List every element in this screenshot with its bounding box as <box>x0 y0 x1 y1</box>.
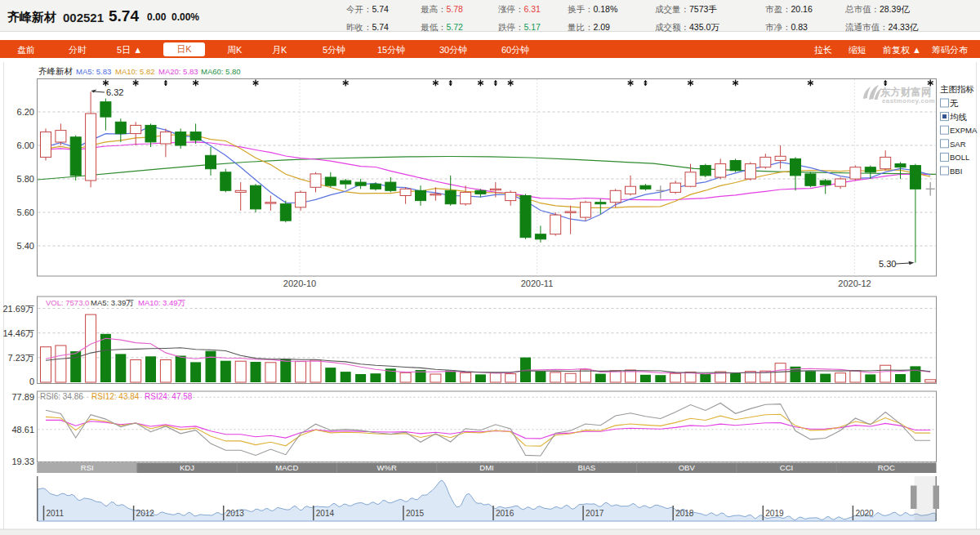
svg-text:2020-10: 2020-10 <box>283 279 316 288</box>
svg-text:5.40: 5.40 <box>17 241 34 251</box>
svg-text:RSI6: 34.86: RSI6: 34.86 <box>40 392 83 401</box>
svg-text:OBV: OBV <box>679 463 696 472</box>
svg-text:77.89: 77.89 <box>11 392 34 402</box>
svg-text:6.20: 6.20 <box>17 107 34 117</box>
svg-text:齐峰新材: 齐峰新材 <box>38 66 74 76</box>
svg-text:2018: 2018 <box>675 509 694 518</box>
svg-text:eastmoney.com: eastmoney.com <box>882 97 935 105</box>
svg-text:19.33: 19.33 <box>11 457 34 466</box>
svg-text:5.60: 5.60 <box>17 207 34 217</box>
svg-text:21.69万: 21.69万 <box>2 304 34 314</box>
svg-text:BIAS: BIAS <box>577 463 595 472</box>
svg-text:2020-12: 2020-12 <box>838 279 871 288</box>
svg-text:14.46万: 14.46万 <box>2 328 34 338</box>
svg-text:EXPMA: EXPMA <box>950 126 978 135</box>
svg-text:无: 无 <box>950 98 959 108</box>
svg-text:主图指标: 主图指标 <box>940 84 974 94</box>
svg-text:RSI12: 43.84: RSI12: 43.84 <box>91 392 140 401</box>
svg-text:MA5: 3.39万: MA5: 3.39万 <box>91 298 134 307</box>
svg-text:均线: 均线 <box>950 112 968 122</box>
svg-text:东方财富网: 东方财富网 <box>880 86 932 98</box>
svg-text:2013: 2013 <box>226 509 245 518</box>
svg-text:5.30: 5.30 <box>879 259 896 269</box>
svg-text:0: 0 <box>29 377 34 386</box>
svg-text:2020-11: 2020-11 <box>521 279 554 288</box>
svg-text:48.61: 48.61 <box>11 425 34 435</box>
svg-text:MA5: 5.83: MA5: 5.83 <box>76 67 111 76</box>
svg-text:ROC: ROC <box>878 463 895 472</box>
svg-text:5.80: 5.80 <box>17 174 34 184</box>
svg-text:SAR: SAR <box>950 140 966 149</box>
svg-text:MA10: 5.82: MA10: 5.82 <box>115 67 155 76</box>
svg-text:DMI: DMI <box>479 463 493 472</box>
svg-text:KDJ: KDJ <box>180 463 194 472</box>
svg-text:7.23万: 7.23万 <box>8 353 34 363</box>
svg-text:2011: 2011 <box>47 509 65 518</box>
svg-text:2012: 2012 <box>136 509 155 518</box>
svg-text:W%R: W%R <box>377 463 397 472</box>
svg-text:2020: 2020 <box>855 509 874 518</box>
svg-text:MA10: 3.49万: MA10: 3.49万 <box>138 298 186 307</box>
svg-text:2015: 2015 <box>406 509 425 518</box>
svg-text:2014: 2014 <box>316 509 335 518</box>
svg-text:2016: 2016 <box>496 509 514 518</box>
svg-text:VOL: 7573.0: VOL: 7573.0 <box>46 298 89 307</box>
svg-text:CCI: CCI <box>780 463 793 472</box>
svg-text:BOLL: BOLL <box>950 153 969 162</box>
svg-text:RSI24: 47.58: RSI24: 47.58 <box>145 392 193 401</box>
svg-text:6.00: 6.00 <box>17 140 34 150</box>
svg-text:MACD: MACD <box>275 463 298 472</box>
svg-text:2017: 2017 <box>586 509 604 518</box>
svg-text:2019: 2019 <box>765 509 784 518</box>
svg-text:BBI: BBI <box>950 167 962 176</box>
svg-text:RSI: RSI <box>81 463 94 472</box>
svg-text:MA20: 5.83: MA20: 5.83 <box>158 67 198 76</box>
svg-text:6.32: 6.32 <box>106 87 123 97</box>
svg-text:MA60: 5.80: MA60: 5.80 <box>201 67 241 76</box>
